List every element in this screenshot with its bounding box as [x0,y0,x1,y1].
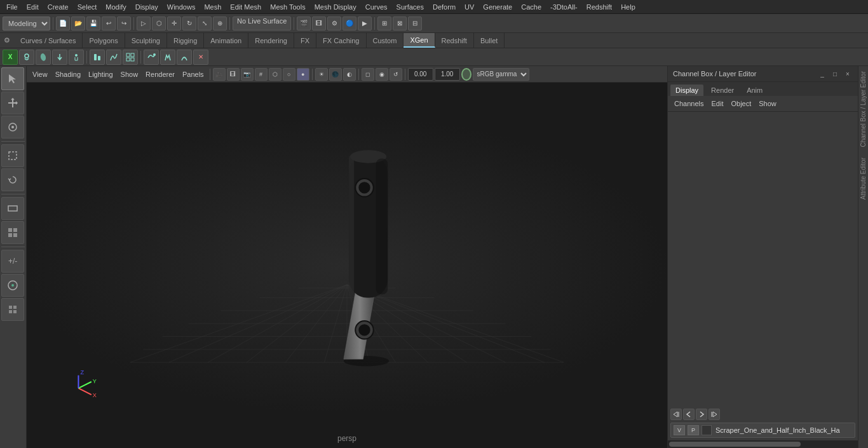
tab-bullet[interactable]: Bullet [474,33,505,48]
hypershade-btn[interactable]: 🔵 [342,17,356,31]
vp-gamma-select[interactable]: sRGB gamma [473,68,529,81]
menu-windows[interactable]: Windows [163,2,200,12]
undo-btn[interactable]: ↩ [102,17,116,31]
layer-nav-next[interactable] [696,409,707,420]
vp-exposure-input[interactable] [408,68,433,81]
vp-xray-btn[interactable]: ◻ [362,68,374,81]
vp-menu-panels[interactable]: Panels [179,69,207,79]
snap-btn[interactable] [1,298,24,321]
menu-redshift[interactable]: Redshift [583,2,616,12]
xgen-btn-8[interactable] [144,50,159,65]
menu-cache[interactable]: Cache [517,2,545,12]
cb-menu-show[interactable]: Show [756,98,779,109]
tab-animation[interactable]: Animation [204,33,248,48]
vp-refresh-btn[interactable]: ↺ [390,68,402,81]
render-btn[interactable]: 🎬 [297,17,311,31]
layer-nav-last[interactable] [709,409,720,420]
menu-mesh-display[interactable]: Mesh Display [311,2,360,12]
vp-light-btn[interactable]: ☀ [315,68,328,81]
select-tool-btn[interactable] [1,67,24,90]
scale-btn[interactable]: ⤡ [198,17,212,31]
cb-menu-edit[interactable]: Edit [709,98,726,109]
mode-dropdown[interactable]: Modeling [3,17,50,31]
menu-generate[interactable]: Generate [479,2,516,12]
layout2-btn[interactable]: ⊠ [393,17,407,31]
menu-file[interactable]: File [3,2,22,12]
paint-tool-btn[interactable] [1,116,24,139]
more-render-btn[interactable]: ▶ [358,17,372,31]
menu-mesh-tools[interactable]: Mesh Tools [266,2,309,12]
open-file-btn[interactable]: 📂 [71,17,85,31]
xgen-btn-11[interactable]: ✕ [193,50,208,65]
no-live-surface-btn[interactable]: No Live Surface [233,17,291,31]
vp-gamma-input[interactable] [435,68,460,81]
tab-xgen[interactable]: XGen [403,33,435,48]
menu-create[interactable]: Create [44,2,72,12]
layout3-btn[interactable]: ⊟ [408,17,422,31]
layer-v-btn[interactable]: V [674,425,685,435]
tab-curves-surfaces[interactable]: Curves / Surfaces [14,33,83,48]
tab-custom[interactable]: Custom [367,33,404,48]
vp-camera-btn[interactable]: 🎥 [213,68,226,81]
move-btn[interactable]: ✛ [167,17,181,31]
lasso-btn[interactable]: ⬡ [152,17,166,31]
cb-tab-render[interactable]: Render [706,85,739,96]
rotate-btn[interactable]: ↻ [182,17,196,31]
menu-mesh[interactable]: Mesh [200,2,225,12]
xgen-btn-9[interactable] [160,50,175,65]
cb-close-btn[interactable]: × [843,69,853,79]
tab-fx-caching[interactable]: FX Caching [316,33,366,48]
vp-wire-btn[interactable]: ⬡ [269,68,281,81]
transform-tool-btn[interactable] [1,92,24,114]
xgen-btn-7[interactable] [123,50,138,65]
tab-rigging[interactable]: Rigging [167,33,204,48]
sidebar-attribute-editor-label[interactable]: Attribute Editor [858,153,868,205]
tab-fx[interactable]: FX [294,33,316,48]
vp-film-btn[interactable]: 🎞 [227,68,240,81]
layer-p-btn[interactable]: P [688,425,699,435]
vp-snap-btn[interactable]: 📷 [241,68,254,81]
new-file-btn[interactable]: 📄 [56,17,70,31]
vp-menu-view[interactable]: View [29,69,51,79]
viewport[interactable]: X Y Z persp [27,83,667,448]
view-center-btn[interactable] [1,274,24,297]
menu-select[interactable]: Select [74,2,101,12]
vp-color-mgmt-btn[interactable] [461,68,471,81]
xgen-btn-3[interactable] [52,50,67,65]
cb-minimize-btn[interactable]: _ [817,69,827,79]
vp-menu-lighting[interactable]: Lighting [85,69,116,79]
xgen-btn-5[interactable] [90,50,105,65]
channel-box-scrollbar[interactable] [668,440,858,448]
menu-surfaces[interactable]: Surfaces [393,2,428,12]
cb-menu-channels[interactable]: Channels [672,98,706,109]
tab-redshift[interactable]: Redshift [435,33,474,48]
save-file-btn[interactable]: 💾 [86,17,100,31]
vp-shaded-btn[interactable]: ● [297,68,309,81]
menu-help[interactable]: Help [617,2,639,12]
vp-ao-btn[interactable]: ◐ [343,68,356,81]
vp-smooth-btn[interactable]: ○ [283,68,295,81]
menu-display[interactable]: Display [132,2,162,12]
vp-menu-show[interactable]: Show [118,69,142,79]
vp-menu-renderer[interactable]: Renderer [142,69,178,79]
menu-uv[interactable]: UV [461,2,478,12]
plus-minus-btn[interactable]: +/- [1,250,24,273]
cb-tab-anim[interactable]: Anim [742,85,768,96]
layout-btn[interactable]: ⊞ [377,17,391,31]
tab-gear-icon[interactable]: ⚙ [0,34,14,48]
tab-polygons[interactable]: Polygons [83,33,125,48]
region-select-btn[interactable] [1,144,24,167]
menu-edit[interactable]: Edit [23,2,43,12]
cb-maximize-btn[interactable]: □ [830,69,840,79]
xgen-btn-0[interactable]: X [3,50,18,65]
cb-menu-object[interactable]: Object [728,98,754,109]
menu-deform[interactable]: Deform [429,2,459,12]
rotate-tool-btn[interactable] [1,168,24,191]
menu-3dto[interactable]: -3DtoAll- [546,2,581,12]
vp-shadow-btn[interactable]: 🌑 [329,68,342,81]
vp-menu-shading[interactable]: Shading [52,69,84,79]
layer-nav-prev[interactable] [683,409,695,420]
vp-grid-btn[interactable]: # [255,68,268,81]
render-settings-btn[interactable]: ⚙ [327,17,341,31]
redo-btn[interactable]: ↪ [117,17,131,31]
